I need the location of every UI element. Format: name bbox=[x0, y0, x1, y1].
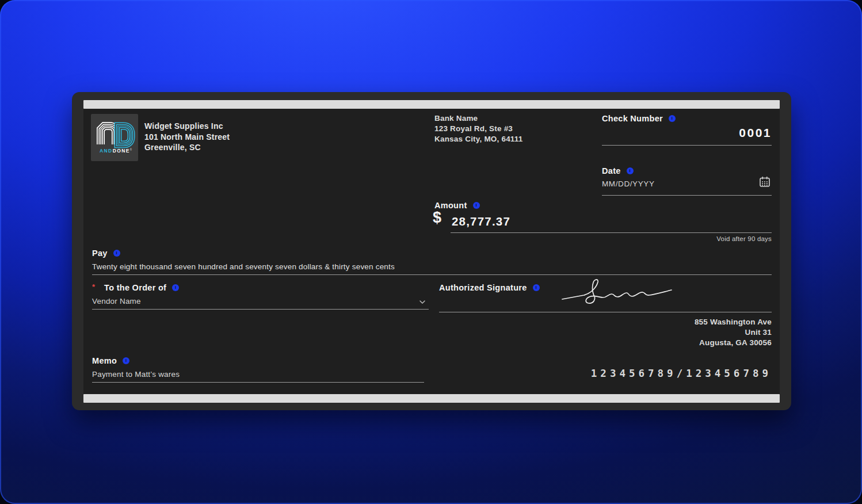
memo-label: Memo bbox=[92, 356, 117, 365]
logo-reg-mark: ® bbox=[130, 148, 133, 151]
to-order-label: To the Order of bbox=[104, 283, 166, 292]
info-icon[interactable]: i bbox=[627, 167, 634, 174]
check-number-label-row: Check Number i bbox=[602, 114, 676, 123]
info-icon[interactable]: i bbox=[113, 250, 120, 257]
bank-address2: Kansas City, MO, 64111 bbox=[434, 134, 522, 144]
signature-image bbox=[560, 277, 675, 312]
payer-address2: Greenville, SC bbox=[144, 142, 230, 153]
memo-underline bbox=[92, 382, 424, 383]
signature-underline bbox=[439, 312, 772, 312]
check-body: ANDDONE® Widget Supplies Inc 101 North M… bbox=[83, 109, 780, 394]
chevron-down-icon[interactable] bbox=[419, 296, 426, 307]
date-label-row: Date i bbox=[602, 166, 634, 175]
memo-label-row: Memo i bbox=[92, 356, 129, 365]
pay-amount-words: Twenty eight thousand seven hundred and … bbox=[92, 262, 395, 271]
payee-address-line3: Augusta, GA 30056 bbox=[695, 338, 772, 348]
info-icon[interactable]: i bbox=[473, 202, 480, 209]
to-order-underline bbox=[92, 309, 429, 310]
payer-address1: 101 North Main Street bbox=[144, 132, 230, 143]
check-number-value[interactable]: 0001 bbox=[739, 126, 772, 140]
bank-block: Bank Name 123 Royal Rd, Ste #3 Kansas Ci… bbox=[434, 113, 522, 144]
payer-block: Widget Supplies Inc 101 North Main Stree… bbox=[144, 121, 230, 153]
bank-name: Bank Name bbox=[434, 113, 522, 124]
calendar-icon[interactable] bbox=[759, 176, 771, 190]
app-background: ANDDONE® Widget Supplies Inc 101 North M… bbox=[0, 0, 862, 504]
svg-text:ANDDONE®: ANDDONE® bbox=[100, 148, 133, 154]
date-underline bbox=[602, 195, 772, 196]
info-icon[interactable]: i bbox=[669, 115, 676, 122]
anddone-logo-icon: ANDDONE® bbox=[91, 114, 138, 161]
check-preview: ANDDONE® Widget Supplies Inc 101 North M… bbox=[72, 92, 791, 410]
check-number-label: Check Number bbox=[602, 114, 663, 123]
micr-line: 123456789/123456789 bbox=[591, 368, 772, 379]
check-top-strip bbox=[83, 100, 780, 109]
to-order-label-row: * To the Order of i bbox=[92, 283, 179, 292]
signature-label: Authorized Signature bbox=[439, 283, 527, 292]
signature-label-row: Authorized Signature i bbox=[439, 283, 540, 292]
payee-address-block: 855 Washington Ave Unit 31 Augusta, GA 3… bbox=[695, 317, 772, 348]
logo-text-and: AND bbox=[100, 148, 113, 154]
pay-underline bbox=[92, 274, 772, 275]
amount-underline bbox=[451, 232, 772, 233]
check-bottom-strip bbox=[83, 394, 780, 403]
date-input[interactable]: MM/DD/YYYY bbox=[602, 180, 655, 188]
info-icon[interactable]: i bbox=[172, 284, 179, 291]
required-asterisk: * bbox=[92, 282, 95, 291]
pay-label: Pay bbox=[92, 249, 108, 258]
amount-currency-symbol: $ bbox=[433, 209, 441, 227]
bank-address1: 123 Royal Rd, Ste #3 bbox=[434, 124, 522, 134]
payer-name: Widget Supplies Inc bbox=[144, 121, 230, 132]
payee-address-line2: Unit 31 bbox=[695, 327, 772, 338]
void-note: Void after 90 days bbox=[716, 235, 772, 242]
vendor-select[interactable]: Vendor Name bbox=[92, 297, 414, 306]
anddone-logo: ANDDONE® bbox=[91, 114, 138, 161]
payee-address-line1: 855 Washington Ave bbox=[695, 317, 772, 327]
memo-input[interactable]: Payment to Matt’s wares bbox=[92, 370, 180, 379]
check-number-underline bbox=[602, 145, 772, 146]
info-icon[interactable]: i bbox=[123, 357, 129, 364]
info-icon[interactable]: i bbox=[533, 284, 540, 291]
amount-value[interactable]: 28,777.37 bbox=[452, 215, 510, 228]
date-label: Date bbox=[602, 166, 621, 175]
logo-text-done: DONE bbox=[113, 148, 130, 154]
pay-label-row: Pay i bbox=[92, 249, 120, 258]
